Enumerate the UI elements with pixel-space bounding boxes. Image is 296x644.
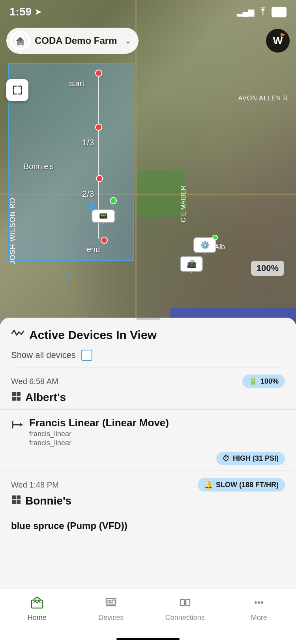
nav-home[interactable]: Home	[0, 595, 74, 622]
francis-title: Francis Linear (Linear Move)	[29, 417, 285, 429]
map-header: CODA Demo Farm ⌄ W ▶	[0, 24, 296, 58]
svg-rect-7	[17, 392, 21, 396]
dropdown-chevron-icon: ⌄	[125, 36, 131, 45]
svg-point-30	[258, 601, 260, 604]
svg-point-31	[261, 601, 263, 604]
grid-icon-bonnies	[11, 495, 21, 507]
show-all-label: Show all devices	[11, 350, 76, 360]
alberts-header: Wed 6:58 AM 🔋 100%	[11, 375, 285, 388]
bonnies-header: Wed 1:48 PM 🔔 SLOW (188 FT/HR)	[11, 478, 285, 491]
slow-icon: 🔔	[204, 480, 213, 489]
svg-rect-15	[12, 500, 16, 504]
battery-icon: 🔋	[249, 377, 257, 386]
svg-rect-14	[17, 495, 21, 499]
svg-rect-25	[180, 599, 184, 606]
alberts-status-text: 100%	[260, 377, 279, 386]
right-device-pin: ⚙️	[193, 237, 216, 253]
nav-devices-label: Devices	[98, 614, 124, 622]
sheet-title: Active Devices In View	[29, 328, 157, 342]
bluespruce-title: blue spruce (Pump (VFD))	[11, 520, 127, 531]
svg-rect-4	[19, 43, 22, 45]
farm-badge[interactable]: CODA Demo Farm ⌄	[6, 28, 139, 54]
francis-sub2: francis_linear	[29, 439, 285, 447]
grid-icon-alberts	[11, 391, 21, 404]
start-marker-dot	[95, 70, 102, 77]
svg-rect-13	[12, 495, 16, 499]
current-device-pin: 📟	[92, 209, 115, 237]
nav-connections-label: Connections	[165, 614, 205, 622]
sheet-handle[interactable]	[136, 318, 160, 320]
home-icon	[30, 595, 44, 611]
home-indicator	[116, 638, 180, 640]
bonnies-time: Wed 1:48 PM	[11, 480, 59, 490]
waypoint-dot-1	[95, 124, 102, 131]
end-marker-dot	[101, 237, 108, 244]
nav-home-label: Home	[28, 614, 47, 622]
francis-header: Francis Linear (Linear Move) francis_lin…	[11, 417, 285, 447]
bluespruce-name-row: blue spruce (Pump (VFD))	[11, 520, 285, 531]
devices-icon	[104, 595, 118, 611]
location-arrow-icon: ➤	[35, 7, 41, 17]
device-entry-bonnies[interactable]: Wed 1:48 PM 🔔 SLOW (188 FT/HR) Bonnie's	[0, 471, 296, 513]
alberts-name: Albert's	[25, 391, 66, 404]
arrow-down-icon: ↓	[66, 269, 72, 283]
map-view[interactable]: JOSH WILSON RD AVON ALLEN R C E MAIBER A…	[0, 0, 296, 324]
signal-icon: ▂▄▆	[237, 7, 254, 17]
waypoint-dot-2	[96, 175, 103, 182]
alberts-name-row: Albert's	[11, 391, 285, 404]
device-entry-bluespruce[interactable]: blue spruce (Pump (VFD))	[0, 513, 296, 537]
more-icon	[252, 595, 266, 611]
show-all-row[interactable]: Show all devices	[0, 350, 296, 367]
pressure-icon: ⏱	[223, 454, 230, 463]
bonnies-slow-badge: 🔔 SLOW (188 FT/HR)	[198, 478, 285, 491]
position-triangle	[87, 201, 96, 209]
end-label: end	[87, 245, 100, 254]
bonnies-name: Bonnie's	[25, 495, 71, 507]
svg-rect-20	[111, 600, 112, 603]
linear-move-icon	[11, 418, 24, 434]
francis-sub1: francis_linear	[29, 430, 285, 438]
bonnies-name-row: Bonnie's	[11, 495, 285, 507]
svg-rect-17	[32, 600, 43, 608]
nav-connections[interactable]: Connections	[148, 595, 222, 622]
compass-arrow-icon: ▶	[281, 31, 285, 38]
start-label: start	[69, 79, 84, 88]
svg-rect-6	[12, 392, 16, 396]
francis-high-badge: ⏱ HIGH (31 PSI)	[216, 452, 285, 465]
expand-button[interactable]	[6, 79, 28, 101]
activity-icon	[11, 328, 24, 342]
bonnies-badge-text: SLOW (188 FT/HR)	[216, 481, 279, 489]
farm-name: CODA Demo Farm	[35, 35, 117, 46]
battery-indicator: 96	[272, 7, 287, 17]
alberts-time: Wed 6:58 AM	[11, 377, 58, 386]
nav-more-label: More	[251, 614, 267, 622]
time-display: 1:59	[9, 6, 32, 18]
device-entry-francis[interactable]: Francis Linear (Linear Move) francis_lin…	[0, 410, 296, 471]
fraction-label-2: 2/3	[82, 189, 94, 199]
nav-more[interactable]: More	[222, 595, 296, 622]
francis-badge1-text: HIGH (31 PSI)	[233, 454, 279, 463]
svg-rect-8	[12, 397, 16, 401]
road-label-avon: AVON ALLEN R	[238, 95, 288, 102]
svg-rect-26	[186, 599, 190, 606]
svg-rect-19	[108, 600, 110, 603]
right-device-pin-2: 📠	[180, 256, 203, 272]
francis-badges: ⏱ HIGH (31 PSI)	[11, 452, 285, 465]
svg-point-0	[262, 14, 263, 15]
wifi-icon	[258, 7, 268, 17]
device-entry-alberts[interactable]: Wed 6:58 AM 🔋 100% Albert's	[0, 367, 296, 410]
sheet-header: Active Devices In View	[0, 328, 296, 350]
farm-icon	[10, 31, 30, 51]
svg-marker-11	[20, 422, 22, 427]
status-time: 1:59 ➤	[9, 6, 41, 18]
compass: W ▶	[266, 29, 290, 53]
map-pct-badge: 100%	[251, 261, 284, 276]
show-all-checkbox[interactable]	[81, 350, 92, 361]
svg-rect-16	[17, 500, 21, 504]
status-bar: 1:59 ➤ ▂▄▆ 96	[0, 0, 296, 24]
connections-icon	[178, 595, 192, 611]
alberts-status-badge: 🔋 100%	[242, 375, 285, 388]
fraction-label-1: 1/3	[82, 137, 94, 148]
nav-devices[interactable]: Devices	[74, 595, 148, 622]
status-icons: ▂▄▆ 96	[237, 7, 287, 17]
